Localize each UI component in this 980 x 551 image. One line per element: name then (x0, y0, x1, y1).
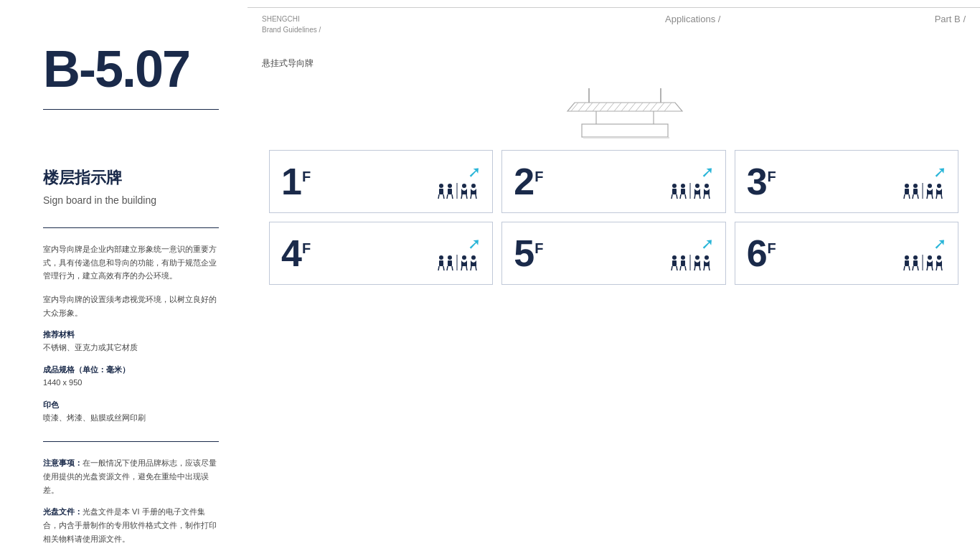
svg-line-49 (704, 194, 705, 199)
svg-line-23 (438, 194, 439, 199)
floor-sign-3: 3F ➚ (735, 150, 958, 213)
floor-sign-4: 4F ➚ (269, 222, 493, 285)
svg-line-92 (699, 266, 700, 270)
floor-4-icons: ➚ (438, 236, 481, 270)
svg-point-108 (937, 255, 941, 260)
svg-point-105 (928, 255, 932, 260)
svg-line-64 (936, 194, 937, 199)
arrow-icon-6: ➚ (933, 236, 946, 252)
svg-line-87 (680, 266, 681, 270)
arrow-icon-4: ➚ (468, 236, 481, 252)
applications-label: Applications / (550, 14, 837, 24)
svg-line-69 (443, 266, 444, 270)
svg-line-6 (593, 103, 600, 111)
floor-number-4: 4F (281, 235, 311, 272)
spec-color-value: 喷漆、烤漆、贴膜或丝网印刷 (43, 412, 219, 425)
svg-line-102 (913, 266, 913, 270)
svg-line-109 (936, 266, 937, 270)
svg-point-90 (695, 255, 699, 260)
svg-line-107 (932, 266, 933, 270)
svg-point-21 (439, 184, 443, 188)
header-brand: SHENGCHI Brand Guidelines / (248, 7, 550, 35)
svg-line-10 (621, 103, 628, 111)
svg-point-33 (471, 184, 476, 188)
svg-line-9 (614, 103, 621, 111)
svg-point-81 (672, 255, 677, 260)
svg-line-5 (585, 103, 593, 111)
svg-rect-19 (582, 124, 668, 137)
floor-3-icons: ➚ (903, 164, 946, 199)
spec-color-label: 印色 (43, 400, 219, 410)
svg-line-24 (443, 194, 444, 199)
svg-point-48 (705, 184, 709, 188)
svg-line-11 (628, 103, 636, 111)
svg-line-35 (476, 194, 476, 199)
svg-line-32 (466, 194, 467, 199)
floor-number-1: 1F (281, 163, 311, 200)
note-2: 光盘文件：光盘文件是本 VI 手册的电子文件集合，内含手册制作的专用软件格式文件… (43, 505, 219, 545)
svg-point-45 (695, 184, 699, 188)
svg-rect-97 (905, 260, 909, 266)
svg-point-75 (462, 255, 466, 260)
svg-rect-56 (913, 189, 918, 194)
svg-line-77 (466, 266, 467, 270)
svg-rect-101 (913, 260, 918, 266)
svg-line-98 (904, 266, 905, 270)
svg-line-14 (650, 103, 657, 111)
svg-line-62 (932, 194, 933, 199)
svg-line-65 (941, 194, 942, 199)
svg-line-46 (694, 194, 695, 199)
svg-point-55 (913, 184, 918, 188)
svg-point-51 (905, 184, 909, 188)
svg-line-80 (476, 266, 476, 270)
spec-size-value: 1440 x 950 (43, 377, 219, 390)
arrow-icon-3: ➚ (933, 164, 946, 180)
floor-number-6: 6F (747, 235, 776, 272)
svg-line-61 (927, 194, 928, 199)
svg-line-99 (909, 266, 910, 270)
description-2: 室内导向牌的设置须考虑视觉环境，以树立良好的大众形象。 (43, 293, 219, 319)
svg-point-30 (462, 184, 466, 188)
svg-point-63 (937, 184, 941, 188)
section-label: 悬挂式导向牌 (262, 57, 966, 70)
svg-rect-52 (905, 189, 909, 194)
people-icon-3 (903, 183, 946, 199)
svg-line-15 (657, 103, 664, 111)
svg-line-13 (643, 103, 650, 111)
hanging-sign-illustration (283, 81, 966, 138)
page-code: B-5.07 (43, 43, 219, 95)
arrow-icon-2: ➚ (701, 164, 714, 180)
svg-line-34 (471, 194, 471, 199)
svg-line-84 (677, 266, 677, 270)
floor-6-icons: ➚ (903, 236, 946, 270)
arrow-icon-1: ➚ (468, 164, 481, 180)
spec-material-label: 推荐材料 (43, 329, 219, 340)
svg-line-39 (677, 194, 677, 199)
note-1: 注意事项：在一般情况下使用品牌标志，应该尽量使用提供的光盘资源文件，避免在重绘中… (43, 456, 219, 496)
svg-rect-82 (672, 260, 677, 266)
part-label: Part B / (837, 14, 966, 24)
floor-sign-2: 2F ➚ (501, 150, 725, 213)
svg-line-72 (447, 266, 448, 270)
svg-point-66 (439, 255, 443, 260)
svg-point-25 (448, 184, 452, 188)
people-icon-5 (671, 255, 714, 270)
floor-signs-grid: 1F ➚ (262, 150, 966, 285)
floor-5-icons: ➚ (671, 236, 714, 270)
svg-rect-22 (439, 189, 443, 194)
floor-2-icons: ➚ (671, 164, 714, 199)
svg-rect-86 (681, 260, 685, 266)
svg-line-57 (913, 194, 913, 199)
svg-line-53 (904, 194, 905, 199)
svg-point-60 (928, 184, 932, 188)
note-1-label: 注意事项： (43, 458, 83, 467)
svg-point-70 (448, 255, 452, 260)
floor-number-2: 2F (514, 163, 543, 200)
divider-mid (43, 227, 219, 228)
svg-line-94 (704, 266, 705, 270)
note-2-label: 光盘文件： (43, 507, 83, 516)
spec-size-label: 成品规格（单位：毫米） (43, 364, 219, 375)
brand-line2: Brand Guidelines / (262, 24, 550, 35)
svg-line-31 (461, 194, 462, 199)
svg-line-7 (600, 103, 607, 111)
